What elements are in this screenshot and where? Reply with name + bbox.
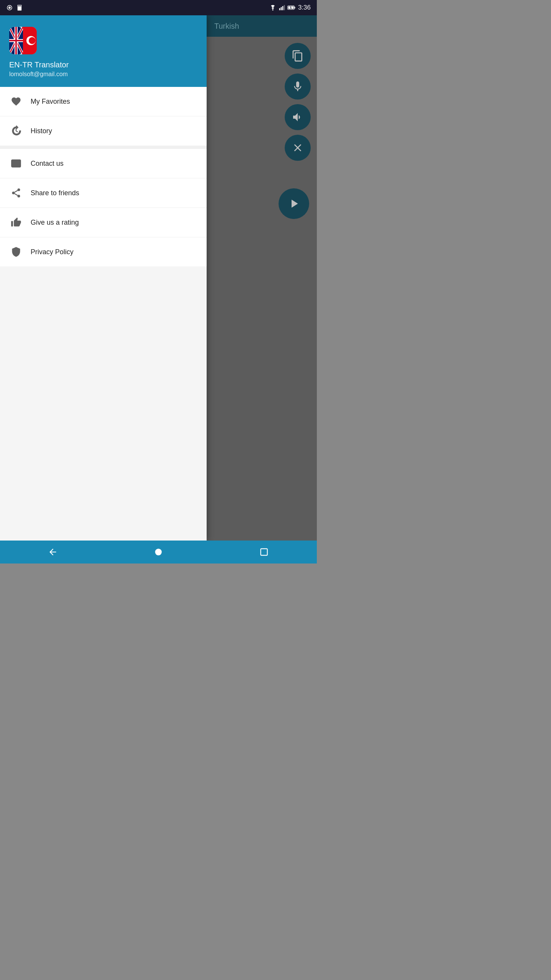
svg-rect-3 xyxy=(18,5,19,7)
privacy-label: Privacy Policy xyxy=(31,248,73,256)
wifi-icon xyxy=(269,5,277,11)
menu-item-rating[interactable]: Give us a rating xyxy=(0,208,207,237)
share-icon xyxy=(9,186,23,200)
drawer-header: EN-TR Translator lomolsoft@gmail.com xyxy=(0,15,207,87)
sd-card-icon xyxy=(16,4,23,11)
main-layout: EN-TR Translator lomolsoft@gmail.com My … xyxy=(0,15,317,541)
svg-rect-9 xyxy=(282,6,284,10)
menu-section-1: My Favorites History xyxy=(0,87,207,145)
share-label: Share to friends xyxy=(31,189,79,197)
menu-item-privacy[interactable]: Privacy Policy xyxy=(0,237,207,266)
rating-label: Give us a rating xyxy=(31,219,79,227)
home-button[interactable] xyxy=(153,547,163,557)
menu-item-share[interactable]: Share to friends xyxy=(0,178,207,208)
status-bar: 3:36 xyxy=(0,0,317,15)
app-email: lomolsoft@gmail.com xyxy=(9,71,197,78)
svg-point-34 xyxy=(18,195,20,198)
app-name: EN-TR Translator xyxy=(9,60,197,69)
overlay xyxy=(207,15,317,541)
battery-icon xyxy=(287,5,296,11)
svg-line-36 xyxy=(15,191,18,193)
svg-point-6 xyxy=(272,9,273,10)
menu-item-contact[interactable]: Contact us xyxy=(0,149,207,178)
menu-divider xyxy=(0,146,207,149)
contact-label: Contact us xyxy=(31,160,64,168)
navigation-drawer: EN-TR Translator lomolsoft@gmail.com My … xyxy=(0,15,207,541)
svg-point-32 xyxy=(18,188,20,191)
svg-rect-7 xyxy=(279,8,280,10)
recent-apps-button[interactable] xyxy=(259,547,269,557)
app-icon xyxy=(9,27,37,54)
favorites-label: My Favorites xyxy=(31,98,70,106)
heart-icon xyxy=(9,95,23,108)
svg-line-35 xyxy=(15,194,18,196)
svg-rect-10 xyxy=(284,5,285,10)
svg-rect-12 xyxy=(294,7,295,9)
app-icon-flags xyxy=(9,27,37,54)
svg-rect-25 xyxy=(9,40,23,41)
svg-rect-38 xyxy=(261,549,267,555)
record-icon xyxy=(6,4,13,11)
menu-item-favorites[interactable]: My Favorites xyxy=(0,87,207,116)
thumbsup-icon xyxy=(9,216,23,229)
svg-point-1 xyxy=(8,7,11,9)
svg-point-29 xyxy=(29,37,36,44)
bottom-navigation xyxy=(0,541,317,564)
status-right-icons: 3:36 xyxy=(269,4,311,11)
shield-icon xyxy=(9,245,23,259)
clock-icon xyxy=(9,124,23,138)
back-button[interactable] xyxy=(48,547,58,557)
status-left-icons xyxy=(6,4,23,11)
drawer-menu: My Favorites History xyxy=(0,87,207,541)
status-time: 3:36 xyxy=(298,4,311,11)
svg-rect-8 xyxy=(281,7,282,10)
svg-rect-4 xyxy=(19,5,20,7)
right-panel: Turkish xyxy=(207,15,317,541)
envelope-icon xyxy=(9,157,23,170)
history-label: History xyxy=(31,127,52,135)
signal-icon xyxy=(279,5,285,11)
svg-point-33 xyxy=(12,192,15,194)
menu-item-history[interactable]: History xyxy=(0,116,207,145)
svg-point-37 xyxy=(155,549,161,555)
menu-section-2: Contact us Share to friends xyxy=(0,149,207,266)
svg-rect-5 xyxy=(20,5,21,7)
